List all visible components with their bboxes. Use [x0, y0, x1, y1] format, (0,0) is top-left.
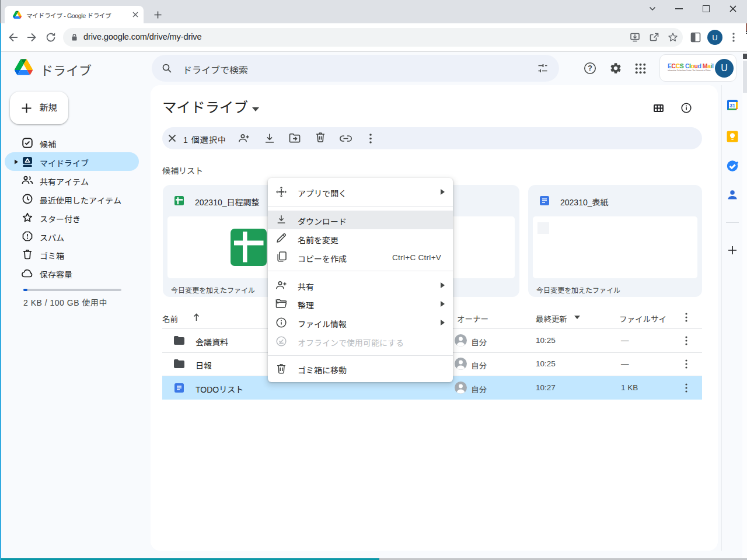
svg-text:?: ? — [588, 64, 592, 72]
svg-text:31: 31 — [729, 103, 735, 108]
